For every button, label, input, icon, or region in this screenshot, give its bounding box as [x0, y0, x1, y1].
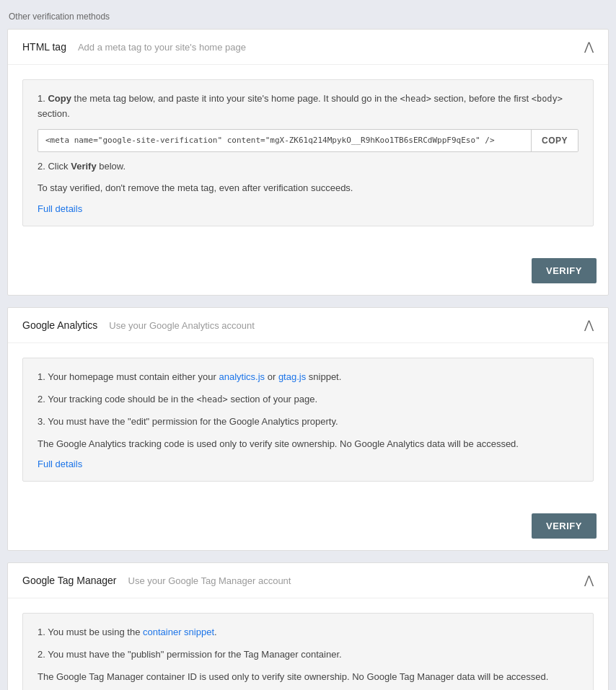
html-tag-disclaimer: To stay verified, don't remove the meta …: [38, 181, 578, 196]
html-tag-footer: VERIFY: [8, 252, 608, 295]
analytics-step2-text2: section of your page.: [228, 394, 317, 404]
step2-text: 2. Click: [38, 161, 71, 172]
analytics-chevron-icon[interactable]: ⋀: [584, 319, 594, 331]
gtm-title: Google Tag Manager: [22, 575, 117, 586]
analytics-step3-text: 3. You must have the "edit" permission f…: [38, 416, 338, 427]
step1-text1: the meta tag below, and paste it into yo…: [74, 93, 400, 104]
container-snippet-link[interactable]: container snippet: [143, 627, 214, 637]
html-tag-header: HTML tag Add a meta tag to your site's h…: [8, 30, 608, 65]
analytics-step2-text1: 2. Your tracking code should be in the: [38, 394, 196, 404]
html-tag-verify-button[interactable]: VERIFY: [532, 258, 597, 283]
gtm-chevron-icon[interactable]: ⋀: [584, 575, 594, 586]
html-tag-section: HTML tag Add a meta tag to your site's h…: [7, 29, 609, 296]
gtm-step1: 1. You must be using the container snipp…: [38, 625, 578, 640]
step1-copy-word: Copy: [48, 93, 71, 104]
step2-verify-word: Verify: [71, 161, 96, 172]
gtm-section: Google Tag Manager Use your Google Tag M…: [7, 562, 609, 690]
analytics-snippet-text: snippet.: [306, 371, 341, 382]
analytics-title-group: Google Analytics Use your Google Analyti…: [22, 319, 255, 331]
html-tag-chevron-icon[interactable]: ⋀: [584, 41, 594, 53]
html-tag-title: HTML tag: [22, 41, 66, 53]
analytics-step2: 2. Your tracking code should be in the <…: [38, 392, 578, 407]
step2-below: below.: [97, 161, 126, 172]
analytics-section: Google Analytics Use your Google Analyti…: [7, 307, 609, 551]
analytics-footer: VERIFY: [8, 508, 608, 550]
meta-tag-value: <meta name="google-site-verification" co…: [38, 130, 531, 151]
html-tag-step1: 1. Copy the meta tag below, and paste it…: [38, 92, 578, 122]
analytics-verify-button[interactable]: VERIFY: [532, 513, 597, 539]
step1-text3: section.: [38, 108, 70, 119]
analytics-disclaimer: The Google Analytics tracking code is us…: [38, 437, 578, 452]
copy-button[interactable]: COPY: [531, 130, 578, 151]
step1-number: 1.: [38, 93, 45, 104]
gtm-subtitle: Use your Google Tag Manager account: [128, 575, 291, 586]
analytics-subtitle: Use your Google Analytics account: [109, 320, 255, 331]
html-tag-body: 1. Copy the meta tag below, and paste it…: [8, 65, 608, 252]
analytics-header: Google Analytics Use your Google Analyti…: [8, 308, 608, 343]
html-tag-full-details-link[interactable]: Full details: [38, 203, 82, 214]
html-tag-title-group: HTML tag Add a meta tag to your site's h…: [22, 41, 246, 53]
html-tag-instruction-box: 1. Copy the meta tag below, and paste it…: [22, 79, 594, 226]
gtm-step2-text: 2. You must have the "publish" permissio…: [38, 649, 342, 660]
html-tag-step2: 2. Click Verify below.: [38, 159, 578, 174]
meta-tag-row: <meta name="google-site-verification" co…: [38, 129, 578, 152]
step1-text2: section, before the first: [431, 93, 532, 104]
analytics-full-details-link[interactable]: Full details: [38, 459, 82, 469]
gtm-step1-text1: 1. You must be using the: [38, 627, 143, 637]
gtm-step2: 2. You must have the "publish" permissio…: [38, 647, 578, 663]
analytics-title: Google Analytics: [22, 319, 97, 331]
analytics-head-code: <head>: [196, 394, 227, 404]
gtm-instruction-box: 1. You must be using the container snipp…: [22, 613, 594, 690]
analytics-step3: 3. You must have the "edit" permission f…: [38, 415, 578, 430]
gtm-disclaimer: The Google Tag Manager container ID is u…: [38, 670, 578, 685]
gtm-step1-period: .: [214, 627, 217, 637]
step1-head-code: <head>: [400, 94, 431, 104]
gtag-js-link[interactable]: gtag.js: [278, 371, 306, 382]
analytics-or-text: or: [265, 371, 278, 382]
page-header: Other verification methods: [7, 7, 609, 29]
analytics-step1-text: 1. Your homepage must contain either you…: [38, 371, 219, 382]
analytics-js-link[interactable]: analytics.js: [219, 371, 265, 382]
gtm-body: 1. You must be using the container snipp…: [8, 598, 608, 690]
analytics-instruction-box: 1. Your homepage must contain either you…: [22, 358, 594, 482]
analytics-step1: 1. Your homepage must contain either you…: [38, 370, 578, 385]
step1-body-code: <body>: [532, 94, 563, 104]
html-tag-subtitle: Add a meta tag to your site's home page: [78, 42, 246, 53]
analytics-body: 1. Your homepage must contain either you…: [8, 343, 608, 508]
gtm-header: Google Tag Manager Use your Google Tag M…: [8, 563, 608, 598]
gtm-title-group: Google Tag Manager Use your Google Tag M…: [22, 575, 291, 586]
